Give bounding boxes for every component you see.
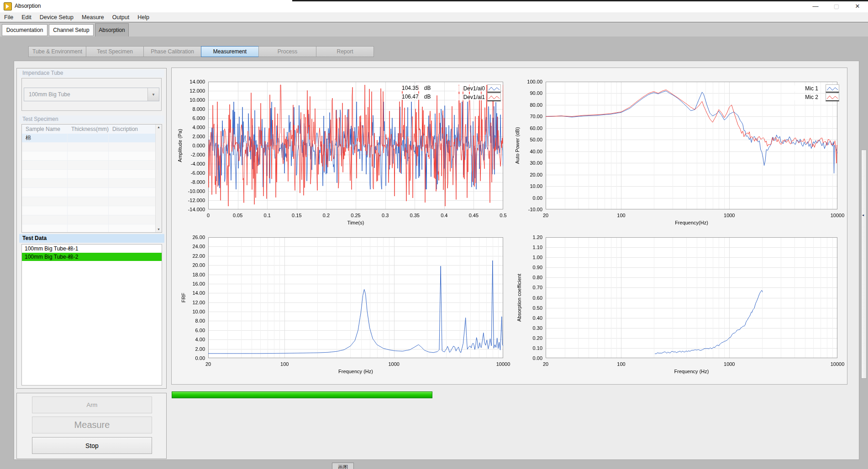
col-thickness: Thickness(mm) (68, 125, 109, 134)
menu-item-edit[interactable]: Edit (17, 12, 36, 22)
specimen-table-scrollbar[interactable]: ▲ ▼ (155, 125, 162, 232)
absorption-chart[interactable] (546, 237, 837, 358)
window-top-border (292, 0, 868, 1)
app-icon (4, 2, 12, 10)
specimen-row-empty (22, 188, 162, 197)
col-discription: Discription (109, 125, 162, 134)
tab-absorption[interactable]: Absorption (95, 23, 129, 36)
window-title: Absorption (15, 3, 41, 9)
line-plot-glyph (826, 86, 838, 91)
menubar: File Edit Device Setup Measure Output He… (0, 12, 868, 22)
partial-bottom-tab[interactable]: 画图 (332, 463, 354, 469)
specimen-row-empty (22, 224, 162, 233)
test-data-item-selected[interactable]: 100mm Big Tube-棉-2 (22, 253, 162, 261)
menu-item-help[interactable]: Help (133, 12, 153, 22)
scroll-down-icon[interactable]: ▼ (156, 227, 162, 232)
subtab-tube-environment[interactable]: Tube & Environment (28, 46, 86, 57)
progress-bar (172, 391, 432, 398)
specimen-table[interactable]: Sample Name Thickness(mm) Discription 棉 … (21, 124, 162, 233)
specimen-row-empty (22, 170, 162, 179)
legend-label-mic1[interactable]: Mic 1 (789, 85, 818, 92)
left-panel: Impendace Tube 100mm Big Tube ▼ Test Spe… (16, 68, 167, 389)
frf-chart[interactable] (208, 237, 503, 358)
specimen-row-empty (22, 179, 162, 188)
test-data-item[interactable]: 100mm Big Tube-棉-1 (22, 245, 162, 253)
scroll-up-icon[interactable]: ▲ (156, 125, 162, 130)
arm-button[interactable]: Arm (32, 396, 152, 413)
specimen-row-empty (22, 161, 162, 170)
combobox-value: 100mm Big Tube (29, 88, 70, 101)
col-sample-name: Sample Name (22, 125, 68, 134)
waveform-icon-mic2[interactable] (826, 93, 839, 101)
menu-item-measure[interactable]: Measure (78, 12, 108, 22)
auto-power-chart[interactable] (546, 82, 837, 209)
subtab-report[interactable]: Report (316, 46, 374, 57)
legend-label-dev1ai0[interactable]: Dev1/ai0 (456, 85, 485, 92)
test-specimen-header: Test Specimen (19, 115, 164, 123)
line-plot-glyph (488, 94, 500, 100)
combobox-dropdown-button[interactable]: ▼ (147, 88, 159, 101)
level-readout-ai1: 106.47dB (401, 94, 431, 100)
impedance-tube-combobox[interactable]: 100mm Big Tube ▼ (24, 88, 159, 101)
measure-button[interactable]: Measure (32, 417, 152, 433)
menu-item-output[interactable]: Output (108, 12, 134, 22)
specimen-row-empty (22, 215, 162, 224)
subtab-process[interactable]: Process (258, 46, 316, 57)
subtab-measurement[interactable]: Measurement (201, 46, 259, 57)
legend-label-mic2[interactable]: Mic 2 (789, 94, 818, 100)
level-readout-ai0: 104.35dB (401, 85, 431, 91)
line-plot-glyph (488, 86, 500, 91)
maximize-button[interactable]: ▢ (826, 0, 847, 12)
time-waveform-chart[interactable] (208, 82, 503, 209)
close-button[interactable]: ✕ (847, 0, 868, 12)
chevron-down-icon: ▼ (152, 93, 155, 97)
specimen-row-empty (22, 142, 162, 151)
waveform-icon-blue[interactable] (487, 84, 501, 93)
test-data-list[interactable]: 100mm Big Tube-棉-1 100mm Big Tube-棉-2 (21, 244, 162, 386)
menu-item-device-setup[interactable]: Device Setup (36, 12, 78, 22)
subtab-phase-calibration[interactable]: Phase Calibration (143, 46, 201, 57)
subtab-test-specimen[interactable]: Test Specimen (86, 46, 144, 57)
specimen-row-empty (22, 197, 162, 206)
legend-label-dev1ai1[interactable]: Dev1/ai1 (456, 94, 485, 100)
right-collapse-handle[interactable]: ◂ (861, 150, 867, 379)
waveform-icon-red[interactable] (487, 93, 501, 101)
specimen-row[interactable]: 棉 (22, 134, 162, 142)
chevron-left-icon: ◂ (862, 213, 864, 217)
control-buttons-panel: Arm Measure Stop (16, 393, 167, 459)
specimen-row-empty (22, 151, 162, 161)
waveform-icon-mic1[interactable] (826, 84, 839, 93)
stop-button[interactable]: Stop (32, 437, 152, 454)
line-plot-glyph (826, 94, 838, 100)
window-titlebar[interactable]: Absorption — ▢ ✕ (0, 0, 868, 12)
tab-documentation[interactable]: Documentation (2, 24, 47, 36)
main-tabstrip: Documentation Channel Setup Absorption (0, 22, 868, 36)
charts-panel: 104.35dB 106.47dB Dev1/ai0 Dev1/ai1 Mic … (171, 68, 847, 385)
impedance-tube-header: Impendace Tube (19, 69, 164, 77)
specimen-table-header: Sample Name Thickness(mm) Discription (22, 125, 162, 134)
menu-item-file[interactable]: File (0, 12, 17, 22)
test-data-header: Test Data (19, 234, 164, 243)
minimize-button[interactable]: — (805, 0, 826, 12)
tab-channel-setup[interactable]: Channel Setup (49, 24, 94, 36)
specimen-row-empty (22, 206, 162, 215)
